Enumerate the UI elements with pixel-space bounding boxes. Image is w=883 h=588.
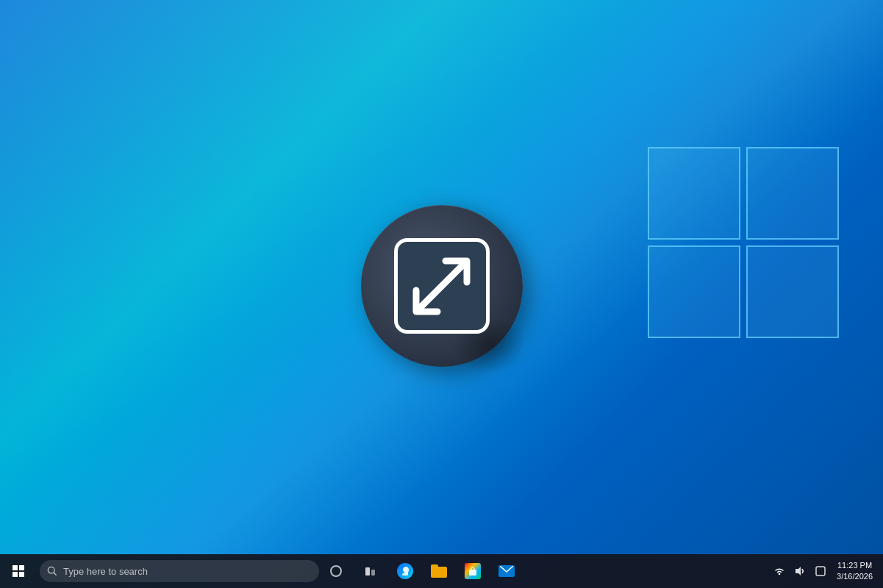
taskbar: Type here to search xyxy=(0,554,883,588)
windows-logo xyxy=(648,147,839,338)
search-icon xyxy=(47,566,57,576)
folder-icon xyxy=(431,564,447,578)
resize-arrows-icon xyxy=(410,255,473,318)
tv-rect-small xyxy=(371,570,375,576)
folder-body xyxy=(431,567,447,578)
cortana-icon xyxy=(330,565,342,577)
action-center-icon[interactable] xyxy=(810,554,831,588)
search-placeholder: Type here to search xyxy=(63,566,148,577)
speaker-icon xyxy=(795,566,805,576)
svg-rect-6 xyxy=(816,567,825,576)
microsoft-store-icon[interactable] xyxy=(456,554,490,588)
edge-app-icon[interactable] xyxy=(388,554,422,588)
cortana-button[interactable] xyxy=(319,554,353,588)
store-icon xyxy=(465,563,481,579)
app-icon[interactable] xyxy=(361,205,523,367)
win-pane-tr xyxy=(746,147,839,240)
desktop: Type here to search xyxy=(0,0,883,588)
start-button[interactable] xyxy=(0,554,37,588)
system-tray: 11:23 PM 3/16/2026 xyxy=(769,554,883,588)
task-view-button[interactable] xyxy=(353,554,387,588)
icon-square xyxy=(394,238,490,334)
tv-rect-main xyxy=(365,567,370,576)
mail-envelope-icon xyxy=(500,566,513,576)
edge-icon xyxy=(397,563,413,579)
clock-time: 11:23 PM xyxy=(837,560,872,571)
start-icon xyxy=(12,565,24,577)
mail-icon[interactable] xyxy=(490,554,523,588)
start-pane-br xyxy=(19,572,24,577)
svg-marker-5 xyxy=(796,567,801,576)
svg-rect-3 xyxy=(469,570,476,576)
system-clock[interactable]: 11:23 PM 3/16/2026 xyxy=(831,554,879,588)
start-pane-tr xyxy=(19,565,24,570)
file-explorer-icon[interactable] xyxy=(422,554,456,588)
win-pane-tl xyxy=(648,147,740,240)
search-bar[interactable]: Type here to search xyxy=(40,560,319,582)
taskbar-apps xyxy=(388,554,523,588)
svg-line-0 xyxy=(418,263,465,309)
clock-date: 3/16/2026 xyxy=(837,571,873,582)
svg-line-2 xyxy=(54,573,56,575)
mail-icon-wrap xyxy=(498,565,515,577)
start-pane-bl xyxy=(12,572,18,577)
store-bag-icon xyxy=(468,566,478,576)
volume-icon[interactable] xyxy=(790,554,810,588)
notification-icon xyxy=(815,566,826,576)
icon-circle-bg xyxy=(361,205,523,367)
edge-symbol xyxy=(400,566,410,576)
win-pane-bl xyxy=(648,245,740,338)
win-pane-br xyxy=(746,245,839,338)
network-icon[interactable] xyxy=(769,554,790,588)
wifi-icon xyxy=(774,567,784,576)
start-pane-tl xyxy=(12,565,18,570)
taskview-icon xyxy=(365,567,375,576)
